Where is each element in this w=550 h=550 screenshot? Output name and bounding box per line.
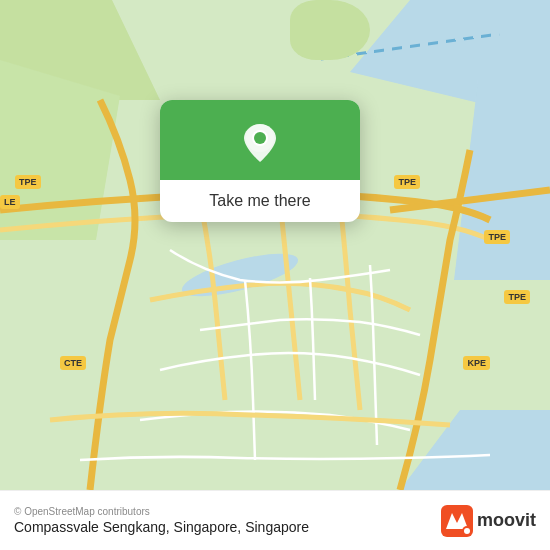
- badge-tpe-right2: TPE: [484, 230, 510, 244]
- osm-credit: © OpenStreetMap contributors: [14, 506, 441, 517]
- badge-tpe-top: TPE: [15, 175, 41, 189]
- popup-top: [160, 100, 360, 180]
- badge-kpe: KPE: [463, 356, 490, 370]
- popup-bottom: Take me there: [160, 180, 360, 222]
- badge-le: LE: [0, 195, 20, 209]
- map-container: TPE TPE TPE TPE CTE KPE LE Take me there: [0, 0, 550, 490]
- location-pin-icon: [238, 120, 282, 164]
- svg-point-3: [254, 132, 266, 144]
- moovit-icon: [441, 505, 473, 537]
- bottom-bar-text: © OpenStreetMap contributors Compassvale…: [14, 506, 441, 535]
- badge-tpe-right: TPE: [394, 175, 420, 189]
- svg-point-7: [464, 528, 470, 534]
- badge-tpe-right3: TPE: [504, 290, 530, 304]
- take-me-there-button[interactable]: Take me there: [209, 192, 310, 210]
- bottom-bar: © OpenStreetMap contributors Compassvale…: [0, 490, 550, 550]
- popup-card: Take me there: [160, 100, 360, 222]
- location-name: Compassvale Sengkang, Singapore, Singapo…: [14, 519, 441, 535]
- moovit-text: moovit: [477, 510, 536, 531]
- moovit-logo: moovit: [441, 505, 536, 537]
- badge-cte: CTE: [60, 356, 86, 370]
- roads-svg: [0, 0, 550, 490]
